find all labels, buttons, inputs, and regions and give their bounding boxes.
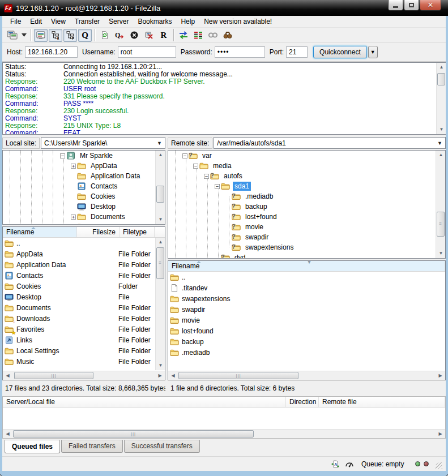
minimize-button[interactable] [388, 0, 403, 11]
site-manager-dropdown-button[interactable] [20, 29, 28, 42]
column-header-filesize[interactable]: Filesize [77, 227, 120, 237]
scroll-down-icon[interactable]: ▼ [437, 125, 446, 134]
host-input[interactable] [25, 46, 78, 58]
tree-item-application-data[interactable]: Application Data [3, 171, 142, 181]
menu-edit[interactable]: Edit [25, 16, 46, 27]
collapse-expander-icon[interactable]: − [59, 153, 66, 158]
speed-limits-icon[interactable] [345, 460, 355, 469]
collapse-arrow-icon[interactable]: ▼ [307, 260, 312, 265]
password-input[interactable] [215, 46, 265, 58]
file-row-movie[interactable]: movie [168, 315, 445, 325]
collapse-expander-icon[interactable]: − [192, 164, 199, 169]
scroll-left-icon[interactable]: ◀ [3, 430, 12, 439]
file-row-contacts[interactable]: aContactsFile Folder [3, 270, 165, 281]
tree-item-var[interactable]: −?var [168, 151, 214, 161]
tree-item-dvd[interactable]: ?dvd [168, 252, 247, 259]
file-row-appdata[interactable]: AppDataFile Folder [3, 248, 165, 259]
chevron-down-icon[interactable]: ▼ [154, 140, 165, 146]
scroll-up-icon[interactable]: ▲ [156, 238, 165, 247]
toggle-remote-tree-button[interactable]: F [63, 29, 77, 42]
column-header-filename[interactable]: Filename [3, 227, 77, 237]
queue-column-direction[interactable]: Direction [286, 397, 319, 407]
local-list-hscrollbar[interactable]: ◀ ||| ▶ [3, 371, 165, 380]
cancel-button[interactable] [127, 29, 141, 42]
file-row-application-data[interactable]: Application DataFile Folder [3, 259, 165, 270]
find-files-button[interactable] [221, 29, 234, 42]
file-row-mediadb[interactable]: .mediadb [168, 347, 445, 358]
tree-item-mr-sparkle[interactable]: −Mr Sparkle [3, 151, 114, 161]
file-row-[interactable]: .. [168, 272, 445, 282]
local-list-hscrollbar-thumb[interactable]: ||| [14, 372, 93, 379]
panel-splitter[interactable] [165, 136, 168, 380]
file-row-music[interactable]: MusicFile Folder [3, 356, 165, 367]
menu-server[interactable]: Server [104, 16, 133, 27]
collapse-expander-icon[interactable]: − [214, 184, 221, 189]
menu-file[interactable]: File [6, 16, 25, 27]
tree-item-media[interactable]: −media [168, 161, 233, 171]
directory-comparison-button[interactable] [191, 29, 205, 42]
disconnect-button[interactable] [142, 29, 156, 42]
transfer-type-icon[interactable]: A [331, 460, 341, 469]
scroll-right-icon[interactable]: ▶ [436, 371, 445, 380]
scroll-down-icon[interactable]: ▼ [156, 215, 165, 224]
remote-list-hscrollbar[interactable]: ◀ ||| ▶ [168, 371, 445, 380]
scroll-left-icon[interactable]: ◀ [3, 371, 12, 380]
filename-filters-button[interactable] [206, 29, 220, 42]
tree-item-autofs[interactable]: −?autofs [168, 171, 244, 181]
maximize-button[interactable] [404, 0, 419, 11]
tree-item-desktop[interactable]: Desktop [3, 201, 117, 212]
remote-tree-splitter[interactable] [168, 259, 446, 260]
scroll-down-icon[interactable]: ▼ [156, 361, 165, 370]
file-row-titandev[interactable]: .titandev [168, 282, 445, 293]
file-row-local-settings[interactable]: Local SettingsFile Folder [3, 345, 165, 356]
tree-item-documents[interactable]: +Documents [3, 212, 127, 222]
queue-column-remote-file[interactable]: Remote file [319, 397, 445, 407]
refresh-button[interactable] [98, 29, 112, 42]
tree-item-contacts[interactable]: aContacts [3, 181, 119, 191]
title-bar[interactable]: Fz 192.168.1.20 - root@192.168.1.20 - Fi… [0, 0, 448, 16]
synchronized-browsing-button[interactable] [177, 29, 190, 42]
tree-item-cookies[interactable]: Cookies [3, 191, 117, 201]
tree-item-lost-found[interactable]: ?lost+found [168, 212, 279, 222]
tree-item-movie[interactable]: ?movie [168, 222, 265, 232]
scroll-right-icon[interactable]: ▶ [155, 371, 165, 380]
log-scrollbar[interactable]: ▲ ▼ [436, 63, 446, 134]
scroll-right-icon[interactable]: ▶ [436, 430, 445, 439]
remote-tree-scrollbar[interactable]: ▲ ≡ ▼ [436, 151, 445, 258]
username-input[interactable] [118, 46, 176, 58]
local-list-scrollbar[interactable]: ▲ ≡ ▼ [155, 238, 165, 370]
file-row-lost-found[interactable]: lost+found [168, 325, 445, 336]
tab-failed-transfers[interactable]: Failed transfers [61, 440, 123, 453]
remote-tree-scrollbar-thumb[interactable]: ≡ [437, 212, 445, 237]
tree-item-mediadb[interactable]: ?.mediadb [168, 191, 275, 201]
local-site-combobox[interactable]: C:\Users\Mr Sparkle\ ▼ [41, 137, 165, 149]
resize-grip[interactable] [436, 462, 442, 469]
reconnect-button[interactable]: R [157, 29, 170, 42]
queue-column-server-local-file[interactable]: Server/Local file [3, 397, 286, 407]
log-scrollbar-thumb[interactable] [437, 73, 445, 85]
scroll-left-icon[interactable]: ◀ [168, 371, 178, 380]
local-tree-scrollbar[interactable]: ▲ ▼ [155, 151, 165, 224]
file-row-swapdir[interactable]: swapdir [168, 304, 445, 315]
column-header-filetype[interactable]: Filetype [120, 227, 155, 237]
quickconnect-button[interactable]: Quickconnect [313, 46, 367, 58]
local-list-scrollbar-thumb[interactable]: ≡ [156, 247, 164, 279]
file-row-favorites[interactable]: ★FavoritesFile Folder [3, 324, 165, 335]
expand-expander-icon[interactable]: + [70, 164, 77, 169]
file-row-cookies[interactable]: CookiesFolder [3, 281, 165, 291]
file-row-backup[interactable]: backup [168, 336, 445, 347]
menu-view[interactable]: View [46, 16, 70, 27]
tree-item-appdata[interactable]: +AppData [3, 161, 119, 171]
port-input[interactable] [286, 46, 308, 58]
chevron-down-icon[interactable]: ▼ [434, 140, 445, 146]
menu-bookmarks[interactable]: Bookmarks [133, 16, 176, 27]
remote-site-combobox[interactable]: /var/media/autofs/sda1 ▼ [214, 137, 446, 149]
file-row-links[interactable]: LinksFile Folder [3, 335, 165, 345]
queue-hscrollbar-thumb[interactable]: ||| [13, 430, 254, 438]
tree-item-swapdir[interactable]: ?swapdir [168, 232, 270, 242]
toggle-queue-button[interactable]: Q [78, 29, 92, 42]
tree-item-swapextensions[interactable]: ?swapextensions [168, 242, 295, 252]
tree-item-sda1[interactable]: −sda1 [168, 181, 251, 191]
file-row-swapextensions[interactable]: swapextensions [168, 293, 445, 304]
toggle-message-log-button[interactable] [34, 29, 48, 42]
